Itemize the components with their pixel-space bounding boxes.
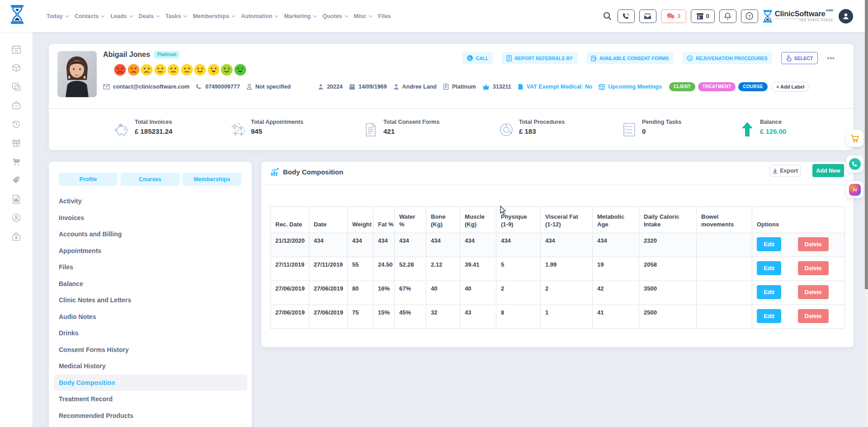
nav-item[interactable]: Leads (110, 13, 133, 19)
address-item[interactable]: Not specified (246, 84, 291, 90)
tab-profile[interactable]: Profile (59, 173, 118, 186)
sidebar-item[interactable]: Body Composition (54, 375, 247, 391)
scrollbar-thumb[interactable] (865, 0, 868, 289)
nav-item[interactable]: Contacts (75, 13, 105, 19)
floating-cart-button[interactable] (846, 130, 863, 147)
edit-button[interactable]: Edit (757, 261, 781, 275)
satisfaction-emoji[interactable] (127, 64, 140, 76)
edit-button[interactable]: Edit (757, 237, 781, 251)
select-button[interactable]: SELECT (781, 52, 818, 64)
table-cell: 24.50 (373, 257, 395, 281)
phone-icon (196, 84, 202, 90)
sidebar-item[interactable]: Appointments (54, 243, 247, 259)
more-options-icon[interactable]: ••• (827, 55, 835, 62)
satisfaction-emoji[interactable] (221, 64, 233, 76)
add-label-button[interactable]: + Add Label (771, 82, 809, 92)
shop-button[interactable]: 0 (691, 9, 715, 23)
call-button[interactable]: CALL (462, 52, 493, 64)
satisfaction-emoji[interactable] (167, 64, 179, 76)
rejuvenation-button[interactable]: REJUVENATION PROCEDURES (682, 52, 772, 64)
inbox-button[interactable] (639, 9, 656, 23)
satisfaction-emoji[interactable] (154, 64, 166, 76)
sidebar-item[interactable]: Files (54, 259, 247, 276)
satisfaction-emoji[interactable] (194, 64, 206, 76)
delete-button[interactable]: Delete (798, 261, 829, 275)
nav-item[interactable]: Misc (354, 13, 373, 19)
nav-item[interactable]: Today (47, 13, 69, 19)
delete-button[interactable]: Delete (798, 309, 829, 323)
nav-item[interactable]: Marketing (284, 13, 317, 19)
sidebar-item[interactable]: Clinic Notes and Letters (54, 292, 247, 309)
sidebar-item[interactable]: Balance (54, 276, 247, 292)
bag-icon[interactable] (11, 100, 21, 110)
help-button[interactable]: ? (741, 9, 758, 23)
table-cell: 434 (541, 233, 593, 257)
case-lock-icon[interactable] (11, 232, 21, 242)
sidebar-item[interactable]: Consent Forms History (54, 342, 247, 358)
nav-item[interactable]: Deals (139, 13, 160, 19)
calendar-icon[interactable]: 12 (11, 44, 21, 54)
table-cell: 45% (395, 305, 426, 329)
chat-button[interactable]: 3 (661, 9, 686, 23)
phone-button[interactable] (618, 9, 635, 23)
cart-icon[interactable] (11, 157, 21, 167)
scrollbar-track[interactable] (865, 0, 868, 427)
edit-button[interactable]: Edit (757, 309, 781, 323)
label-badge[interactable]: COURSE (738, 82, 768, 91)
report-referrals-button[interactable]: REPORT REFERRALS BY (502, 52, 577, 64)
label-badge[interactable]: CLIENT (669, 82, 695, 91)
patient-photo[interactable] (57, 51, 97, 97)
meetings-item[interactable]: 12 Upcoming Meetings (599, 84, 662, 90)
sidebar-item[interactable]: Accounts and Billing (54, 226, 247, 243)
tab-memberships[interactable]: Memberships (183, 173, 241, 186)
owner-item[interactable]: Andree Land (393, 84, 437, 90)
email-item[interactable]: contact@clinicsoftware.com (103, 84, 189, 90)
edit-button[interactable]: Edit (757, 285, 781, 299)
nav-item[interactable]: Automation (241, 13, 278, 19)
client-id-item[interactable]: 20224 (318, 84, 343, 90)
satisfaction-emoji[interactable] (114, 64, 126, 76)
package-icon[interactable] (11, 63, 21, 73)
app-logo[interactable] (5, 2, 29, 27)
plan-item[interactable]: Platinum (443, 84, 476, 90)
sidebar-item[interactable]: Activity (54, 193, 247, 210)
tags-icon[interactable] (11, 175, 21, 185)
sidebar-item[interactable]: Drinks (54, 325, 247, 342)
satisfaction-emoji[interactable] (181, 64, 193, 76)
satisfaction-emoji[interactable] (234, 64, 246, 76)
report-icon[interactable] (11, 194, 21, 204)
user-avatar[interactable] (839, 9, 853, 23)
label-badge[interactable]: TREATMENT (698, 82, 736, 91)
tab-courses[interactable]: Courses (121, 173, 179, 186)
ref-item[interactable]: 313211 (482, 84, 511, 90)
nav-item[interactable]: Memberships (193, 13, 236, 19)
add-new-button[interactable]: Add New (812, 164, 844, 177)
support-icon[interactable] (11, 213, 21, 223)
satisfaction-emoji[interactable] (141, 64, 153, 76)
delete-button[interactable]: Delete (798, 237, 829, 251)
satisfaction-emoji[interactable] (208, 64, 220, 76)
sidebar-item[interactable]: Recommended Products (54, 408, 247, 424)
search-icon[interactable] (603, 12, 612, 20)
nav-item[interactable]: Tasks (165, 13, 188, 19)
export-button[interactable]: Export (770, 165, 801, 177)
copy-icon[interactable] (11, 82, 21, 92)
vat-item[interactable]: VAT Exempt Medical: No (518, 84, 592, 90)
delete-button[interactable]: Delete (798, 285, 829, 299)
sidebar-item[interactable]: Invoices (54, 210, 247, 226)
dob-item[interactable]: 14/09/1969 (349, 84, 387, 90)
sidebar-item[interactable]: Audio Notes (54, 309, 247, 325)
history-icon[interactable] (11, 119, 21, 129)
notifications-button[interactable] (719, 9, 736, 23)
floating-whatsapp-button[interactable] (846, 155, 863, 173)
floating-ai-button[interactable]: AI (846, 181, 863, 198)
nav-item[interactable]: Quotes (322, 13, 348, 19)
table-row: 21/12/2020434434434434434434434434434232… (271, 233, 845, 257)
nav-item[interactable]: Files (378, 13, 391, 19)
gift-icon[interactable] (11, 138, 21, 148)
brand-logo[interactable]: ClinicSoftware.com TEN STEPS AHEAD (762, 9, 833, 23)
consent-forms-button[interactable]: AVAILABLE CONSENT FORMS (586, 52, 674, 64)
sidebar-item[interactable]: Treatment Record (54, 391, 247, 408)
phone-item[interactable]: 07490009777 (196, 84, 240, 90)
sidebar-item[interactable]: Medical History (54, 358, 247, 375)
